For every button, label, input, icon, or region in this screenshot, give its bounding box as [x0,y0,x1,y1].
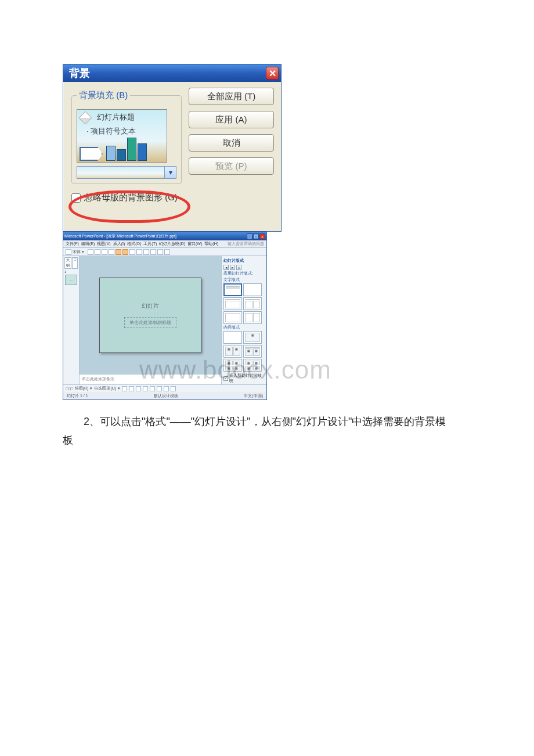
pentagon-icon [80,147,103,161]
toolbar: 宋体▾ [63,248,266,256]
slide-canvas[interactable]: 幻灯片 单击此处添加副标题 [80,256,221,374]
apply-all-button[interactable]: 全部应用 (T) [189,88,274,105]
view-buttons[interactable]: □□□ [66,387,73,391]
tab-slides[interactable]: □ [72,257,78,269]
close-icon[interactable]: ✕ [266,67,279,80]
fill-color-dropdown[interactable]: ▾ [77,166,176,179]
background-fill-fieldset: 背景填充 (B) 幻灯片标题 · 项目符号文本 ▾ [71,90,182,184]
shape-fill-icon[interactable] [157,386,162,391]
layout-thumb[interactable] [223,283,242,296]
apply-layout-label: 应用幻灯片版式: [223,271,265,276]
apply-button[interactable]: 应用 (A) [189,111,274,128]
app-titlebar[interactable]: Microsoft PowerPoint - [演示 Microsoft Pow… [63,232,266,240]
toolbar-button[interactable] [88,249,93,255]
main-area: 大纲 □ 1 — 幻灯片 单击此处添加副标题 单击此处添加备注 幻灯片版式 ◂ … [63,256,266,384]
layout-thumb[interactable] [243,297,262,310]
menu-file[interactable]: 文件(F) [66,241,79,247]
thumbnail-pane[interactable]: 大纲 □ 1 — [63,256,80,384]
slide-subtitle[interactable]: 单击此处添加副标题 [124,317,176,328]
dialog-titlebar[interactable]: 背景 ✕ [63,64,281,82]
menu-tools[interactable]: 工具(T) [143,241,157,247]
ignore-master-checkbox[interactable] [71,193,81,203]
layout-thumb[interactable] [223,331,242,344]
layout-thumb[interactable]: ▦▦▦▦ [223,359,242,372]
menu-insert[interactable]: 插入(I) [113,241,125,247]
close-icon[interactable]: × [259,233,265,239]
toolbar-button[interactable] [129,249,135,255]
notes-pane[interactable]: 单击此处添加备注 [80,374,221,384]
layout-thumb[interactable]: ▦▦ [243,345,262,358]
toolbar-button[interactable] [143,249,149,255]
status-bar: 幻灯片 1 / 1 默认设计模板 中文(中国) [63,392,266,399]
preview-shapes [80,138,148,161]
thumb-tabs: 大纲 □ [64,257,78,269]
toolbar-button[interactable] [109,249,114,255]
slide[interactable]: 幻灯片 单击此处添加副标题 [99,278,201,353]
toolbar-button[interactable] [66,249,71,255]
bar-icon [138,143,147,161]
help-search[interactable]: 键入需要帮助的问题 [228,241,264,247]
cancel-button[interactable]: 取消 [189,134,274,152]
background-fill-legend: 背景填充 (B) [77,90,130,101]
toolbar-button[interactable] [122,249,128,255]
autoshape-menu[interactable]: 自选图形(U) [94,386,116,391]
task-footer[interactable]: ✓ 插入新幻灯片时放映 [223,373,265,384]
ignore-master-checkbox-row[interactable]: 忽略母版的背景图形 (G) [71,192,182,203]
content-layouts-grid: ▦ ▦▦ ▦▦ ▦▦▦▦ ▦▦▦▦ [223,331,265,372]
para-line-2: 板 [63,434,73,446]
menu-help[interactable]: 帮助(H) [204,241,218,247]
nav-fwd-icon[interactable]: ▸ [230,265,235,270]
shape-font-icon[interactable] [171,386,176,391]
status-slide-count: 幻灯片 1 / 1 [67,393,88,399]
toolbar-button[interactable] [157,249,163,255]
task-pane-title: 幻灯片版式 [223,258,265,264]
shape-text-icon[interactable] [143,386,148,391]
shape-rect-icon[interactable] [129,386,134,391]
chevron-down-icon[interactable]: ▾ [164,167,176,178]
editor-pane: 幻灯片 单击此处添加副标题 单击此处添加备注 [80,256,221,384]
menu-edit[interactable]: 编辑(E) [81,241,95,247]
toolbar-button[interactable] [164,249,170,255]
thumb-index: 1 [64,270,78,273]
toolbar-button[interactable] [95,249,100,255]
toolbar-button[interactable] [150,249,156,255]
layout-thumb[interactable] [223,311,242,324]
slide-title[interactable]: 幻灯片 [142,302,159,310]
task-footer-label: 插入新幻灯片时放映 [229,373,265,384]
layout-thumb[interactable] [243,283,262,296]
shape-arrow-icon[interactable] [150,386,155,391]
checkbox-icon[interactable]: ✓ [223,376,228,381]
dialog-body: 背景填充 (B) 幻灯片标题 · 项目符号文本 ▾ [63,82,281,209]
shape-line-icon[interactable] [122,386,127,391]
shape-linecolor-icon[interactable] [164,386,169,391]
menu-format[interactable]: 格式(O) [127,241,141,247]
dialog-left-column: 背景填充 (B) 幻灯片标题 · 项目符号文本 ▾ [71,90,182,203]
para-line-1: 2、可以点击"格式"——"幻灯片设计"，从右侧"幻灯片设计"中选择需要的背景模 [63,412,446,431]
shape-oval-icon[interactable] [136,386,141,391]
fill-swatch [77,167,164,178]
maximize-icon[interactable]: □ [253,233,259,239]
draw-menu[interactable]: 绘图(R) [75,386,89,391]
preview-button[interactable]: 预览 (P) [189,157,274,175]
font-selector[interactable]: 宋体▾ [73,249,84,255]
layout-thumb[interactable]: ▦▦ [223,345,242,358]
tab-outline[interactable]: 大纲 [64,257,71,269]
nav-home-icon[interactable]: ⌂ [236,265,241,270]
fill-preview: 幻灯片标题 · 项目符号文本 [77,109,167,163]
layout-thumb[interactable] [243,311,262,324]
layout-thumb[interactable] [223,297,242,310]
text-layouts-label: 文字版式 [223,278,265,283]
layout-thumb[interactable]: ▦ [243,331,262,344]
app-title: Microsoft PowerPoint - [演示 Microsoft Pow… [64,233,176,239]
menubar: 文件(F) 编辑(E) 视图(V) 插入(I) 格式(O) 工具(T) 幻灯片放… [63,240,266,248]
menu-slideshow[interactable]: 幻灯片放映(D) [159,241,185,247]
toolbar-button[interactable] [102,249,107,255]
layout-thumb[interactable]: ▦▦▦▦ [243,359,262,372]
minimize-icon[interactable]: _ [247,233,252,239]
toolbar-button[interactable] [136,249,142,255]
slide-thumbnail[interactable]: — [65,275,77,285]
nav-back-icon[interactable]: ◂ [223,265,229,270]
menu-view[interactable]: 视图(V) [97,241,110,247]
toolbar-button[interactable] [116,249,121,255]
menu-window[interactable]: 窗口(W) [187,241,202,247]
